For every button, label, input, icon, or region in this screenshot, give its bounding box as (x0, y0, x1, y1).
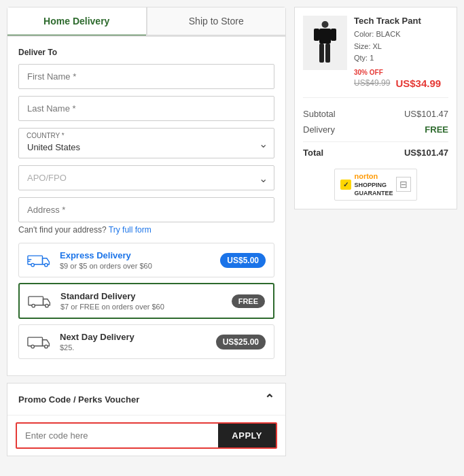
nextday-delivery-name: Next Day Delivery (60, 332, 208, 342)
promo-header[interactable]: Promo Code / Perks Voucher ⌃ (7, 384, 285, 415)
color-value: BLACK (376, 30, 400, 38)
svg-point-10 (45, 345, 48, 347)
nextday-truck-icon (27, 333, 52, 352)
nextday-delivery-sub: $25. (60, 343, 208, 352)
product-price-row: 30% OFF (354, 69, 448, 76)
svg-rect-14 (331, 29, 336, 41)
svg-rect-16 (325, 44, 330, 63)
standard-delivery-price: FREE (232, 294, 265, 308)
qty-value: 1 (370, 54, 374, 62)
standard-delivery-option[interactable]: Standard Delivery $7 or FREE on orders o… (18, 283, 274, 319)
subtotal-label: Subtotal (303, 109, 336, 119)
apply-button[interactable]: APPLY (218, 424, 276, 447)
subtotal-value: US$101.47 (404, 109, 448, 119)
svg-point-1 (31, 263, 34, 266)
product-details: Tech Track Pant Color: BLACK Size: XL Qt… (354, 16, 448, 89)
delivery-row: Delivery FREE (303, 122, 448, 137)
cant-find-text: Can't find your address? Try full form (18, 225, 274, 235)
express-truck-icon (27, 251, 52, 270)
delivery-label: Delivery (303, 124, 335, 135)
qty-label: Qty: (354, 54, 368, 62)
country-select-wrapper: COUNTRY * United States ⌄ (18, 128, 274, 158)
svg-rect-12 (319, 29, 331, 44)
product-meta: Color: BLACK Size: XL Qty: 1 (354, 29, 448, 65)
promo-input-row: APPLY (16, 422, 277, 449)
size-label: Size: (354, 42, 370, 50)
last-name-input[interactable] (18, 96, 274, 121)
svg-rect-8 (28, 337, 43, 346)
svg-point-9 (31, 345, 34, 347)
tab-home-delivery[interactable]: Home Delivery (7, 7, 147, 35)
color-label: Color: (354, 30, 374, 38)
svg-point-7 (46, 304, 48, 307)
chevron-up-icon: ⌃ (264, 392, 274, 407)
product-name: Tech Track Pant (354, 16, 448, 26)
order-summary: Tech Track Pant Color: BLACK Size: XL Qt… (294, 7, 457, 209)
apo-select-wrapper: APO/FPO ⌄ (18, 165, 274, 190)
standard-truck-icon (28, 292, 52, 311)
total-label: Total (303, 148, 323, 158)
size-value: XL (373, 42, 382, 50)
product-image (303, 16, 347, 70)
apo-select[interactable]: APO/FPO (18, 165, 274, 190)
try-full-form-link[interactable]: Try full form (109, 225, 151, 235)
norton-row: ✓ norton SHOPPING GUARANTEE ⊟ (303, 169, 448, 201)
norton-info-icon: ⊟ (396, 177, 411, 192)
subtotal-row: Subtotal US$101.47 (303, 106, 448, 122)
standard-delivery-sub: $7 or FREE on orders over $60 (60, 303, 224, 311)
svg-rect-5 (29, 296, 43, 305)
standard-delivery-info: Standard Delivery $7 or FREE on orders o… (60, 291, 224, 311)
nextday-delivery-option[interactable]: Next Day Delivery $25. US$25.00 (18, 324, 274, 359)
svg-point-2 (45, 263, 48, 266)
express-delivery-name: Express Delivery (60, 250, 212, 260)
country-label: COUNTRY * (18, 128, 73, 139)
delivery-tabs: Home Delivery Ship to Store (7, 7, 286, 37)
promo-body: APPLY (7, 415, 285, 456)
svg-point-6 (32, 304, 35, 307)
nextday-delivery-info: Next Day Delivery $25. (60, 332, 208, 352)
address-input[interactable] (18, 197, 274, 222)
nextday-delivery-price: US$25.00 (216, 335, 266, 350)
promo-code-input[interactable] (17, 424, 218, 447)
total-row: Total US$101.47 (303, 141, 448, 160)
svg-point-11 (322, 21, 329, 28)
total-value: US$101.47 (404, 148, 448, 158)
express-delivery-option[interactable]: Express Delivery $9 or $5 on orders over… (18, 243, 274, 277)
price-original: US$49.99 (354, 78, 390, 88)
svg-rect-15 (319, 44, 324, 63)
first-name-input[interactable] (18, 64, 274, 89)
express-delivery-info: Express Delivery $9 or $5 on orders over… (60, 250, 212, 270)
svg-rect-0 (28, 256, 43, 265)
tab-ship-to-store[interactable]: Ship to Store (147, 7, 287, 35)
promo-header-label: Promo Code / Perks Voucher (18, 394, 139, 405)
express-delivery-price: US$5.00 (220, 253, 266, 268)
discount-badge: 30% OFF (354, 69, 383, 76)
norton-brand: norton SHOPPING GUARANTEE (354, 172, 393, 197)
deliver-to-label: Deliver To (18, 48, 274, 57)
svg-rect-13 (314, 29, 319, 41)
norton-badge: ✓ norton SHOPPING GUARANTEE ⊟ (334, 169, 416, 201)
promo-section: Promo Code / Perks Voucher ⌃ APPLY (7, 383, 286, 456)
norton-check-icon: ✓ (340, 180, 351, 190)
express-delivery-sub: $9 or $5 on orders over $60 (60, 262, 212, 270)
standard-delivery-name: Standard Delivery (60, 291, 224, 301)
delivery-form: Deliver To COUNTRY * United States ⌄ APO… (7, 37, 286, 376)
product-row: Tech Track Pant Color: BLACK Size: XL Qt… (303, 16, 448, 98)
delivery-value: FREE (425, 124, 448, 135)
price-sale: US$34.99 (395, 78, 441, 89)
